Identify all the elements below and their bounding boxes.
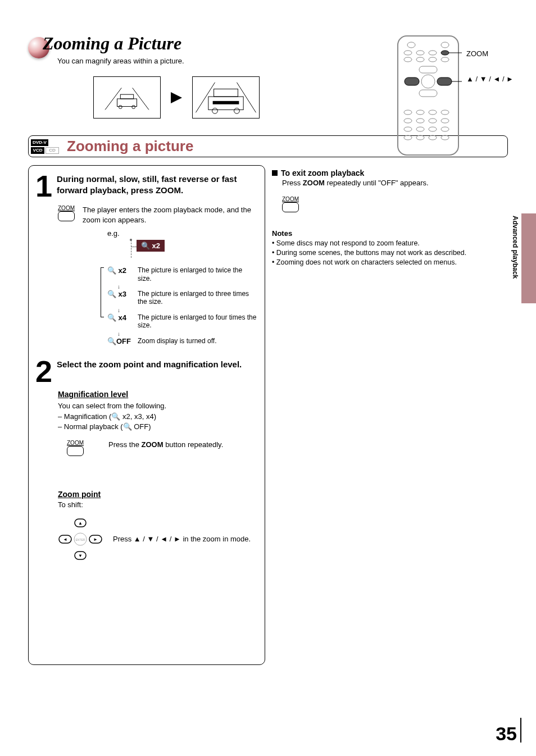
svg-point-14 — [407, 42, 415, 48]
car-after-icon — [192, 76, 260, 119]
example-label: e.g. — [107, 229, 258, 238]
chapter-tab — [521, 213, 536, 303]
remote-icon — [394, 34, 462, 157]
manual-page: Zooming a Picture You can magnify areas … — [0, 0, 536, 756]
svg-point-29 — [421, 75, 435, 88]
notes-list: Some discs may not respond to zoom featu… — [272, 239, 508, 267]
svg-line-6 — [196, 83, 215, 113]
step-1: 1 During normal, slow, still, fast rever… — [35, 174, 258, 199]
zoom-key-instruction: ZOOM Press the ZOOM button repeatedly. — [67, 440, 258, 456]
svg-point-36 — [416, 119, 424, 123]
svg-point-43 — [404, 135, 412, 140]
zoom-osd-badge: 🔍 x2 — [137, 240, 165, 252]
magnification-line1: You can select from the following. — [58, 401, 258, 411]
svg-point-21 — [404, 57, 412, 62]
svg-point-19 — [441, 51, 449, 55]
magnification-line2: – Magnification (🔍 x2, x3, x4) — [58, 412, 258, 422]
svg-point-22 — [416, 57, 424, 62]
note-item: During some scenes, the buttons may not … — [272, 248, 508, 258]
svg-point-38 — [441, 119, 449, 123]
zoom-level-desc: The picture is enlarged to twice the siz… — [138, 266, 258, 283]
zoom-level-key: 🔍 x2 — [107, 266, 132, 275]
page-number-bar — [520, 718, 521, 743]
svg-point-35 — [404, 119, 412, 123]
svg-point-34 — [441, 110, 449, 115]
page-number: 35 — [496, 723, 517, 745]
svg-point-5 — [132, 106, 135, 109]
step1-desc: The player enters the zoom playback mode… — [83, 205, 258, 225]
svg-point-44 — [416, 135, 424, 140]
tag-dvd-v: DVD-V — [31, 139, 48, 146]
svg-point-17 — [416, 51, 424, 55]
svg-point-32 — [416, 110, 424, 115]
zoom-level-list: 🔍 x2 The picture is enlarged to twice th… — [107, 266, 258, 345]
exit-heading: To exit zoom playback — [272, 168, 508, 177]
right-panel: To exit zoom playback Press ZOOM repeate… — [272, 165, 508, 665]
section-title: Zooming a picture — [67, 138, 193, 155]
svg-point-41 — [429, 127, 437, 131]
dpad-instruction: ▲ ▼ ◄ ► ENTER Press ▲ / ▼ / ◄ / ► in the… — [58, 517, 258, 562]
svg-text:▼: ▼ — [78, 553, 83, 558]
dpad-desc: Press ▲ / ▼ / ◄ / ► in the zoom in mode. — [113, 534, 251, 544]
remote-diagram: ZOOM ▲ / ▼ / ◄ / ► — [394, 34, 514, 157]
car-before-icon — [93, 76, 161, 119]
svg-rect-13 — [398, 36, 458, 155]
svg-rect-9 — [214, 89, 238, 97]
svg-point-16 — [404, 51, 412, 55]
step-number: 2 — [35, 359, 52, 385]
zoom-level-key: 🔍 x3 — [107, 290, 132, 298]
note-item: Some discs may not respond to zoom featu… — [272, 239, 508, 248]
key-label: ZOOM — [58, 205, 75, 211]
content-columns: 1 During normal, slow, still, fast rever… — [28, 165, 508, 665]
zoom-level-row: 🔍 x3 The picture is enlarged to three ti… — [107, 290, 258, 306]
svg-point-37 — [429, 119, 437, 123]
svg-rect-3 — [120, 94, 133, 99]
svg-rect-28 — [437, 78, 452, 85]
zoom-key-icon: ZOOM — [58, 205, 75, 225]
arrow-right-icon — [171, 92, 182, 103]
svg-rect-26 — [419, 90, 437, 97]
zoom-illustration — [93, 76, 260, 119]
magnification-heading: Magnification level — [58, 390, 258, 399]
svg-point-46 — [441, 135, 449, 140]
svg-point-15 — [441, 42, 449, 48]
zoom-key-icon: ZOOM — [282, 196, 508, 212]
zoom-level-row: 🔍OFF Zoom display is turned off. — [107, 337, 258, 345]
note-item: Zooming does not work on characters sele… — [272, 258, 508, 267]
svg-text:▲: ▲ — [78, 521, 83, 526]
callout-zoom: ZOOM — [466, 49, 514, 58]
step-heading: During normal, slow, still, fast reverse… — [57, 174, 258, 195]
svg-line-7 — [237, 83, 256, 113]
svg-text:◄: ◄ — [63, 537, 67, 542]
svg-rect-25 — [419, 66, 437, 73]
page-subtitle: You can magnify areas within a picture. — [57, 57, 260, 65]
svg-point-11 — [212, 108, 218, 114]
zoom-level-row: 🔍 x4 The picture is enlarged to four tim… — [107, 313, 258, 330]
zoom-level-row: 🔍 x2 The picture is enlarged to twice th… — [107, 266, 258, 283]
zoom-point-shift: To shift: — [58, 500, 258, 510]
svg-point-24 — [441, 57, 449, 62]
svg-point-42 — [441, 127, 449, 131]
svg-rect-27 — [405, 78, 419, 85]
svg-point-23 — [429, 57, 437, 62]
svg-point-40 — [416, 127, 424, 131]
svg-point-33 — [429, 110, 437, 115]
chapter-label: Advanced playback — [511, 216, 519, 279]
zoom-level-desc: The picture is enlarged to four times th… — [138, 313, 258, 330]
notes-heading: Notes — [272, 229, 508, 238]
page-title: Zooming a Picture — [43, 34, 260, 53]
square-bullet-icon — [272, 170, 278, 176]
key-label: ZOOM — [282, 196, 508, 202]
steps-panel: 1 During normal, slow, still, fast rever… — [28, 165, 265, 665]
zoom-key-desc: Press the ZOOM button repeatedly. — [108, 440, 223, 449]
magnification-line3: – Normal playback (🔍 OFF) — [58, 422, 258, 432]
zoom-level-key: 🔍 x4 — [107, 313, 132, 322]
tag-vcd: VCD — [31, 147, 44, 154]
svg-point-31 — [404, 110, 412, 115]
svg-point-12 — [234, 108, 240, 114]
zoom-level-key: 🔍OFF — [107, 337, 132, 345]
step-2: 2 Select the zoom point and magnificatio… — [35, 359, 258, 385]
svg-point-18 — [429, 51, 437, 55]
exit-heading-text: To exit zoom playback — [281, 168, 364, 177]
svg-rect-10 — [213, 101, 239, 104]
